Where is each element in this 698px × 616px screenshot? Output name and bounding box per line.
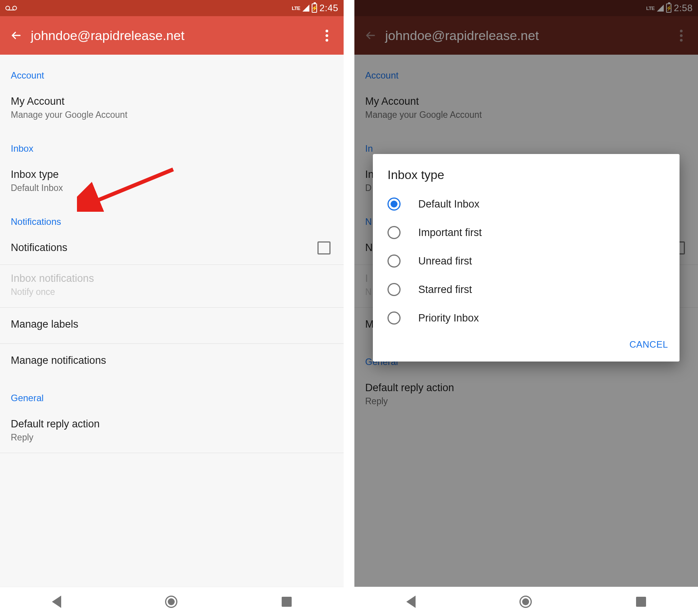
voicemail-icon xyxy=(5,5,17,11)
phone-left: LTE ⚡ 2:45 johndoe@rapidrelease.net Acco… xyxy=(0,0,344,616)
row-subtitle: Manage your Google Account xyxy=(11,110,333,120)
section-header-account: Account xyxy=(0,55,344,88)
system-nav-bar xyxy=(354,587,698,616)
radio-icon[interactable] xyxy=(387,198,401,211)
more-vert-icon xyxy=(326,30,328,42)
system-nav-bar xyxy=(0,587,344,616)
svg-point-0 xyxy=(6,6,10,10)
row-subtitle: Reply xyxy=(11,432,333,443)
option-label: Unread first xyxy=(418,255,472,267)
svg-point-1 xyxy=(13,6,17,10)
status-time: 2:45 xyxy=(319,3,338,13)
row-title: My Account xyxy=(11,95,333,108)
row-title: Notifications xyxy=(11,241,317,254)
phone-right: LTE ⚡ 2:58 johndoe@rapidrelease.net Acco… xyxy=(354,0,698,616)
option-priority-inbox[interactable]: Priority Inbox xyxy=(373,304,680,332)
section-header-general: General xyxy=(0,377,344,410)
option-label: Priority Inbox xyxy=(418,312,479,324)
radio-icon[interactable] xyxy=(387,226,401,239)
row-title: Manage labels xyxy=(11,318,333,330)
nav-home-icon[interactable] xyxy=(519,596,532,608)
option-starred-first[interactable]: Starred first xyxy=(373,275,680,304)
row-title: Inbox type xyxy=(11,168,333,181)
section-header-inbox: Inbox xyxy=(0,128,344,161)
row-manage-notifications[interactable]: Manage notifications xyxy=(0,344,344,377)
option-default-inbox[interactable]: Default Inbox xyxy=(373,190,680,218)
row-title: Default reply action xyxy=(11,417,333,431)
nav-recents-icon[interactable] xyxy=(282,597,292,607)
divider xyxy=(0,453,344,453)
option-label: Important first xyxy=(418,227,482,239)
option-label: Starred first xyxy=(418,284,472,296)
section-header-notifications: Notifications xyxy=(0,201,344,234)
cancel-button[interactable]: CANCEL xyxy=(630,339,668,350)
dialog-inbox-type: Inbox type Default Inbox Important first… xyxy=(373,154,680,362)
lte-icon: LTE xyxy=(292,5,300,11)
option-unread-first[interactable]: Unread first xyxy=(373,247,680,275)
battery-icon: ⚡ xyxy=(312,3,317,13)
app-bar: johndoe@rapidrelease.net xyxy=(0,16,344,55)
row-title: Inbox notifications xyxy=(11,272,333,285)
row-manage-labels[interactable]: Manage labels xyxy=(0,308,344,341)
nav-back-icon[interactable] xyxy=(406,596,416,608)
radio-icon[interactable] xyxy=(387,311,401,325)
back-button[interactable] xyxy=(5,25,27,46)
radio-icon[interactable] xyxy=(387,254,401,268)
nav-back-icon[interactable] xyxy=(52,596,61,608)
option-important-first[interactable]: Important first xyxy=(373,218,680,247)
row-subtitle: Notify once xyxy=(11,287,333,297)
row-inbox-type[interactable]: Inbox type Default Inbox xyxy=(0,161,344,201)
row-notifications[interactable]: Notifications xyxy=(0,234,344,262)
row-title: Manage notifications xyxy=(11,355,333,367)
status-bar: LTE ⚡ 2:45 xyxy=(0,0,344,16)
appbar-title: johndoe@rapidrelease.net xyxy=(27,28,317,43)
row-inbox-notifications: Inbox notifications Notify once xyxy=(0,265,344,305)
radio-icon[interactable] xyxy=(387,283,401,296)
checkbox-icon[interactable] xyxy=(317,241,331,254)
dialog-title: Inbox type xyxy=(373,154,680,190)
settings-list[interactable]: Account My Account Manage your Google Ac… xyxy=(0,55,344,453)
row-default-reply-action[interactable]: Default reply action Reply xyxy=(0,410,344,450)
option-label: Default Inbox xyxy=(418,198,479,210)
row-subtitle: Default Inbox xyxy=(11,183,333,193)
overflow-menu-button[interactable] xyxy=(317,26,336,45)
nav-recents-icon[interactable] xyxy=(636,597,646,607)
nav-home-icon[interactable] xyxy=(165,596,177,608)
signal-icon xyxy=(302,5,309,12)
row-my-account[interactable]: My Account Manage your Google Account xyxy=(0,88,344,128)
